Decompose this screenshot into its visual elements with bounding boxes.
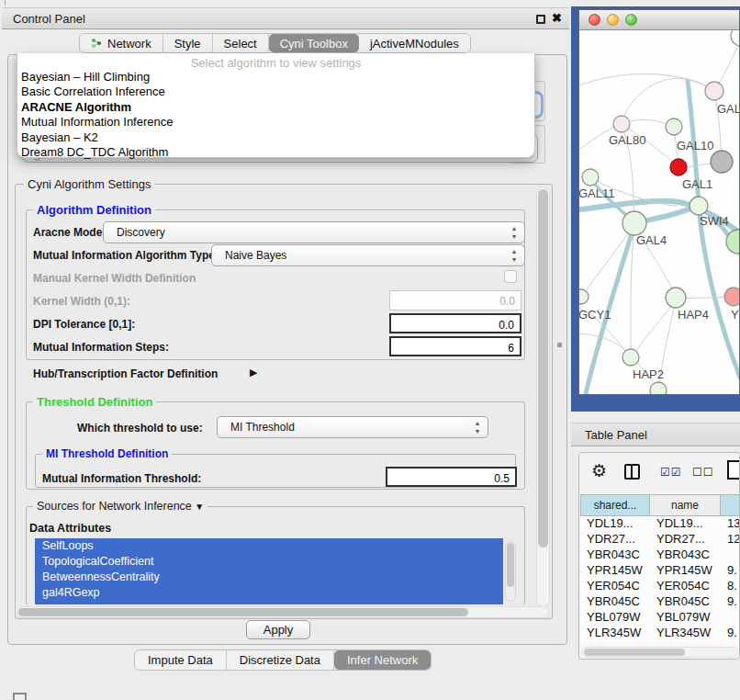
network-edge[interactable] (579, 333, 631, 356)
network-node[interactable] (711, 151, 733, 173)
network-edge[interactable] (631, 225, 634, 356)
expand-arrow-icon[interactable]: ▶ (250, 367, 257, 378)
attribute-list-item[interactable]: gal4RGexp (35, 585, 503, 601)
new-table-icon[interactable] (727, 460, 740, 480)
which-threshold-combobox[interactable]: MI Threshold ▴▾ (217, 416, 488, 438)
algorithm-dropdown-list: Bayesian – Hill ClimbingBasic Correlatio… (17, 70, 534, 160)
tab-select[interactable]: Select (213, 34, 269, 52)
data-attributes-list: SelfLoopsTopologicalCoefficientBetweenne… (35, 538, 503, 604)
mi-type-combobox[interactable]: Naive Bayes ▴▾ (211, 244, 525, 266)
attribute-list-item[interactable]: BetweennessCentrality (35, 570, 503, 585)
table-cell: YBR045C (650, 594, 721, 610)
table-cell: YPR145W (580, 563, 650, 579)
mi-threshold-field[interactable]: 0.5 (386, 467, 517, 487)
tab-style[interactable]: Style (163, 34, 213, 52)
tab-impute-data[interactable]: Impute Data (135, 650, 227, 670)
algorithm-option[interactable]: Mutual Information Inference (17, 115, 534, 130)
hub-definition-label: Hub/Transcription Factor Definition (33, 367, 218, 380)
attribute-list-item[interactable]: SelfLoops (35, 538, 503, 554)
column-view-icon[interactable] (624, 464, 640, 480)
network-node[interactable] (622, 211, 646, 235)
algorithm-option[interactable]: ARACNE Algorithm (17, 100, 534, 115)
attribute-list-item[interactable]: TopologicalCoefficient (35, 554, 503, 570)
table-row[interactable]: YDL19...YDL19...13 (580, 516, 740, 532)
window-minimize-icon[interactable] (607, 14, 619, 26)
network-graph-canvas[interactable]: GALGAL80GAL10GAL1GAL11SWI4GAL4GCY1HAP4YH… (579, 30, 739, 395)
network-edge[interactable] (583, 225, 634, 295)
network-node[interactable] (690, 197, 708, 215)
kernel-width-field: 0.0 (389, 290, 521, 310)
stepper-icon: ▴▾ (510, 247, 519, 264)
network-node[interactable] (731, 30, 739, 46)
close-icon[interactable]: ✖ (552, 11, 562, 25)
select-all-icon[interactable]: ☑☑ (660, 466, 682, 479)
algorithm-option[interactable]: Basic Correlation Inference (17, 85, 534, 99)
network-window-titlebar[interactable] (579, 10, 739, 30)
network-node[interactable] (613, 116, 630, 132)
minimized-panel-icon[interactable] (13, 693, 27, 700)
network-node[interactable] (724, 288, 739, 306)
table-cell: YER054C (650, 579, 721, 594)
tab-discretize-data[interactable]: Discretize Data (227, 650, 334, 670)
network-edge[interactable] (579, 73, 712, 89)
network-node[interactable] (705, 82, 723, 100)
network-edge[interactable] (622, 78, 714, 122)
network-node[interactable] (579, 289, 589, 304)
window-close-icon[interactable] (589, 14, 600, 26)
table-column-header[interactable]: shared... (580, 494, 650, 516)
collapse-arrow-icon[interactable]: ▼ (195, 502, 204, 512)
table-row[interactable]: YBR043CYBR043C (580, 548, 740, 563)
settings-vertical-scrollbar-thumb[interactable] (538, 189, 548, 548)
table-column-header[interactable] (721, 494, 740, 516)
table-row[interactable]: YIL052CYIL052C9 (580, 641, 740, 644)
tab-jactivemnodules[interactable]: jActiveMNodules (359, 34, 470, 52)
tab-infer-network[interactable]: Infer Network (334, 650, 431, 670)
table-panel-toolbar: ⚙ ☑☑ ☐☐ (579, 453, 739, 493)
settings-horizontal-scrollbar-thumb[interactable] (18, 608, 468, 616)
cyni-algorithm-settings-title: Cyni Algorithm Settings (24, 177, 154, 191)
table-column-header[interactable]: name (650, 494, 721, 516)
threshold-definition-title: Threshold Definition (33, 395, 156, 409)
table-row[interactable]: YBL079WYBL079W (580, 610, 740, 626)
algorithm-option[interactable]: Bayesian – K2 (17, 130, 534, 145)
mi-steps-field[interactable]: 6 (389, 336, 521, 356)
tab-network[interactable]: Network (80, 34, 163, 52)
table-cell: 12 (721, 532, 740, 548)
table-row[interactable]: YDR27...YDR27...12 (580, 532, 740, 548)
mi-threshold-group-title: MI Threshold Definition (42, 447, 172, 460)
network-node[interactable] (650, 382, 667, 395)
network-node[interactable] (670, 159, 687, 175)
table-row[interactable]: YPR145WYPR145W9. (580, 563, 740, 579)
splitter-grip-icon[interactable] (557, 343, 562, 347)
table-cell: YBL079W (650, 610, 721, 626)
dpi-tolerance-field[interactable]: 0.0 (389, 313, 521, 333)
attribute-list-scrollbar-thumb[interactable] (507, 543, 514, 587)
table-horizontal-scrollbar[interactable] (581, 647, 738, 658)
table-panel-frame: ⚙ ☑☑ ☐☐ shared...name YDL19...YDL19...13… (578, 452, 740, 660)
table-cell: YBR045C (580, 594, 650, 610)
kernel-width-label: Kernel Width (0,1): (33, 295, 130, 308)
table-horizontal-scrollbar-thumb[interactable] (584, 649, 685, 656)
table-row[interactable]: YER054CYER054C8. (580, 579, 740, 594)
table-cell: YER054C (580, 579, 650, 594)
table-row[interactable]: YBR045CYBR045C9. (580, 594, 740, 610)
aracne-mode-combobox[interactable]: Discovery ▴▾ (103, 221, 525, 243)
table-cell: YLR345W (650, 626, 721, 641)
tab-label: Network (107, 37, 151, 51)
table-cell (721, 548, 740, 563)
window-zoom-icon[interactable] (625, 14, 637, 26)
tab-cyni-toolbox[interactable]: Cyni Toolbox (269, 34, 359, 52)
settings-gear-icon[interactable]: ⚙ (591, 460, 607, 481)
algorithm-option[interactable]: Dream8 DC_TDC Algorithm (17, 145, 534, 160)
algorithm-definition-title: Algorithm Definition (33, 203, 155, 217)
algorithm-option[interactable]: Bayesian – Hill Climbing (17, 70, 534, 85)
deselect-all-icon[interactable]: ☐☐ (692, 466, 714, 479)
float-panel-icon[interactable] (536, 15, 545, 24)
apply-button[interactable]: Apply (246, 620, 310, 639)
network-node[interactable] (666, 288, 686, 308)
network-node[interactable] (666, 119, 682, 135)
network-node[interactable] (582, 169, 599, 186)
table-row[interactable]: YLR345WYLR345W9. (580, 626, 740, 641)
network-node[interactable] (622, 349, 639, 366)
tab-label: jActiveMNodules (370, 37, 459, 51)
